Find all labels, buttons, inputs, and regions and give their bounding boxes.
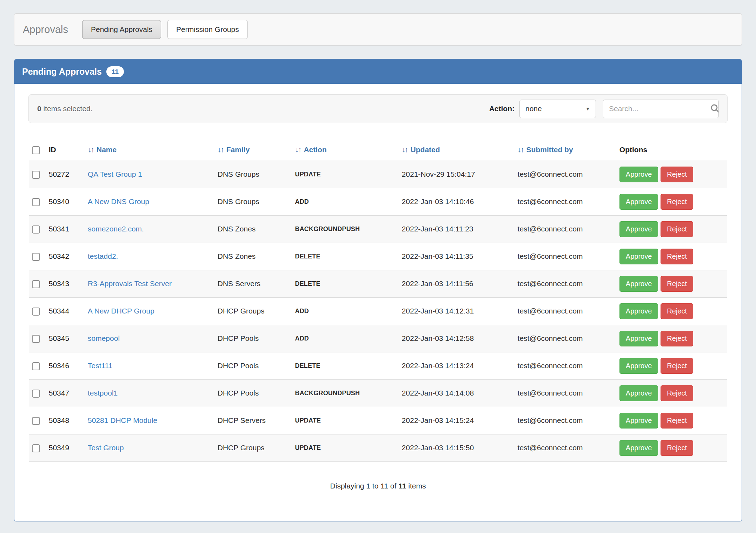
page: Approvals Pending Approvals Permission G… [0,0,756,533]
column-header-name[interactable]: ↓↑Name [85,139,215,161]
reject-button[interactable]: Reject [661,249,693,264]
row-checkbox[interactable] [32,362,40,370]
approve-button[interactable]: Approve [619,249,658,264]
table-row: 50349Test GroupDHCP GroupsUPDATE2022-Jan… [29,434,727,461]
reject-button[interactable]: Reject [661,276,693,292]
row-name-link[interactable]: R3-Approvals Test Server [88,279,172,288]
action-select[interactable]: none ▼ [519,100,596,118]
sort-icon: ↓↑ [218,146,224,154]
row-checkbox[interactable] [32,390,40,398]
row-name-link[interactable]: Test111 [88,362,112,370]
reject-button[interactable]: Reject [661,413,693,429]
row-checkbox[interactable] [32,444,40,452]
approve-button[interactable]: Approve [619,221,658,237]
cell-id: 50342 [46,243,85,270]
sort-icon: ↓↑ [402,146,408,154]
cell-submitted-by: test@6connect.com [515,379,617,407]
column-header-updated[interactable]: ↓↑Updated [399,139,515,161]
cell-options: ApproveReject [617,297,727,325]
cell-id: 50340 [46,188,85,215]
search-input[interactable] [603,100,710,118]
row-checkbox-cell [29,434,46,461]
cell-updated: 2022-Jan-03 14:13:24 [399,352,515,379]
cell-family: DNS Zones [215,243,292,270]
reject-button[interactable]: Reject [661,194,693,210]
approve-button[interactable]: Approve [619,440,658,456]
column-header-options: Options [617,139,727,161]
cell-action: DELETE [292,352,399,379]
row-name-link[interactable]: A New DNS Group [88,197,149,205]
column-header-submitted-by[interactable]: ↓↑Submitted by [515,139,617,161]
column-header-family[interactable]: ↓↑Family [215,139,292,161]
cell-family: DHCP Pools [215,325,292,352]
column-header-id: ID [46,139,85,161]
row-checkbox[interactable] [32,198,40,206]
sort-icon: ↓↑ [518,146,524,154]
row-checkbox[interactable] [32,308,40,316]
row-checkbox-cell [29,161,46,188]
row-checkbox-cell [29,243,46,270]
row-name-link[interactable]: testpool1 [88,389,118,397]
cell-action: ADD [292,325,399,352]
row-checkbox-cell [29,407,46,434]
cell-name: Test Group [85,434,215,461]
row-checkbox[interactable] [32,225,40,234]
row-name-link[interactable]: 50281 DHCP Module [88,416,157,424]
approve-button[interactable]: Approve [619,358,658,374]
toolbar: 0 items selected. Action: none ▼ [28,94,728,123]
select-all-checkbox[interactable] [32,146,40,154]
row-checkbox[interactable] [32,253,40,261]
approve-button[interactable]: Approve [619,194,658,210]
cell-id: 50341 [46,215,85,243]
tab-permission-groups[interactable]: Permission Groups [167,20,248,39]
row-checkbox-cell [29,325,46,352]
approve-button[interactable]: Approve [619,303,658,319]
row-name-link[interactable]: A New DHCP Group [88,307,154,315]
row-checkbox[interactable] [32,280,40,288]
approve-button[interactable]: Approve [619,331,658,346]
cell-submitted-by: test@6connect.com [515,161,617,188]
cell-name: testpool1 [85,379,215,407]
cell-action: BACKGROUNDPUSH [292,215,399,243]
cell-family: DHCP Groups [215,434,292,461]
selected-count-label: items selected. [41,104,93,113]
cell-options: ApproveReject [617,325,727,352]
row-name-link[interactable]: testadd2. [88,252,118,260]
row-checkbox[interactable] [32,171,40,179]
table-row: 5034850281 DHCP ModuleDHCP ServersUPDATE… [29,407,727,434]
cell-family: DHCP Pools [215,352,292,379]
toolbar-right: Action: none ▼ [489,100,719,118]
approve-button[interactable]: Approve [619,276,658,292]
reject-button[interactable]: Reject [661,358,693,374]
row-checkbox[interactable] [32,417,40,425]
reject-button[interactable]: Reject [661,167,693,182]
column-header-action[interactable]: ↓↑Action [292,139,399,161]
reject-button[interactable]: Reject [661,440,693,456]
reject-button[interactable]: Reject [661,303,693,319]
reject-button[interactable]: Reject [661,221,693,237]
reject-button[interactable]: Reject [661,385,693,401]
cell-options: ApproveReject [617,407,727,434]
row-name-link[interactable]: Test Group [88,444,124,452]
panel-header: Pending Approvals 11 [14,59,742,84]
title-bar: Approvals Pending Approvals Permission G… [14,13,742,46]
cell-name: R3-Approvals Test Server [85,270,215,297]
row-name-link[interactable]: QA Test Group 1 [88,170,142,178]
search-button[interactable] [710,100,719,118]
row-checkbox-cell [29,379,46,407]
cell-id: 50347 [46,379,85,407]
row-name-link[interactable]: somezone2.com. [88,225,144,233]
tab-pending-approvals[interactable]: Pending Approvals [82,20,161,39]
cell-options: ApproveReject [617,243,727,270]
approve-button[interactable]: Approve [619,385,658,401]
cell-submitted-by: test@6connect.com [515,352,617,379]
row-name-link[interactable]: somepool [88,334,120,342]
row-checkbox-cell [29,297,46,325]
table-body: 50272QA Test Group 1DNS GroupsUPDATE2021… [29,161,727,461]
summary-total: 11 [398,482,406,490]
reject-button[interactable]: Reject [661,331,693,346]
cell-family: DNS Servers [215,270,292,297]
approve-button[interactable]: Approve [619,167,658,182]
row-checkbox[interactable] [32,335,40,343]
approve-button[interactable]: Approve [619,413,658,429]
